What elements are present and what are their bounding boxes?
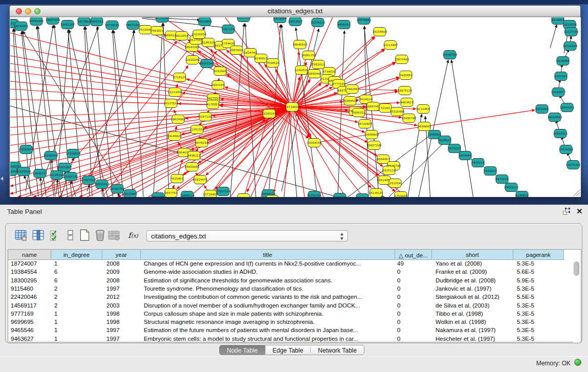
table-row[interactable]: 946554611997Estimation of the future num…: [8, 327, 581, 335]
column-header-short[interactable]: short: [432, 250, 513, 260]
column-header-title[interactable]: title: [141, 250, 395, 260]
graph-node[interactable]: 19384554: [307, 139, 322, 147]
scrollbar-thumb[interactable]: [574, 261, 579, 276]
column-header-year[interactable]: year: [102, 250, 141, 260]
table-row[interactable]: 969969511998Structural magnetic resonanc…: [8, 319, 581, 327]
graph-node[interactable]: 15692971: [553, 129, 568, 138]
graph-node[interactable]: 1162815: [295, 66, 308, 75]
graph-node[interactable]: 9857791: [165, 189, 178, 198]
graph-node[interactable]: 1815132: [383, 166, 396, 175]
column-header-out_de[interactable]: △ out_de...: [395, 250, 432, 260]
graph-node[interactable]: 746266: [346, 85, 358, 94]
network-canvas[interactable]: 2405572414035061206914061988737810655287…: [10, 17, 581, 197]
graph-node[interactable]: 10688609: [364, 130, 379, 139]
graph-node[interactable]: 12923446: [333, 193, 347, 198]
graph-node[interactable]: 22420046: [185, 56, 200, 64]
graph-node[interactable]: 16914479: [193, 176, 208, 184]
edge-black[interactable]: [40, 178, 42, 196]
graph-node[interactable]: 2867608: [230, 46, 243, 55]
table-row[interactable]: 1456911722003Disruption of a novel membe…: [8, 302, 581, 311]
graph-node[interactable]: 18107554: [164, 99, 179, 108]
graph-node[interactable]: 9146821: [255, 54, 268, 63]
graph-node[interactable]: 9129946: [557, 57, 570, 65]
vertical-scrollbar[interactable]: [573, 261, 580, 342]
table-settings-icon[interactable]: [15, 229, 28, 243]
graph-node[interactable]: 9115460: [417, 105, 430, 114]
graph-node[interactable]: 7955812: [312, 60, 325, 69]
graph-node[interactable]: 9474444: [459, 151, 472, 160]
graph-node[interactable]: 7588520: [267, 59, 279, 68]
graph-node[interactable]: 16033809: [198, 17, 212, 26]
graph-node[interactable]: 7625402: [171, 174, 184, 183]
graph-node[interactable]: 12145194: [50, 171, 64, 180]
graph-node[interactable]: 16154808: [373, 28, 387, 36]
graph-node[interactable]: 8215958: [536, 105, 549, 114]
edge-black[interactable]: [97, 27, 113, 196]
graph-node[interactable]: 1753426: [395, 192, 407, 198]
graph-node[interactable]: 10753346: [155, 17, 170, 23]
graph-node[interactable]: 8938923: [439, 136, 451, 145]
graph-node[interactable]: 15495796: [402, 114, 417, 123]
graph-node[interactable]: 16961758: [301, 51, 316, 60]
graph-node[interactable]: 10807487: [366, 102, 381, 111]
graph-node[interactable]: 12156828: [16, 167, 31, 176]
graph-node[interactable]: 11675305: [566, 161, 581, 169]
graph-node[interactable]: 10655287: [60, 20, 75, 29]
close-panel-icon[interactable]: ✕: [576, 207, 583, 216]
graph-node[interactable]: 10325488: [390, 107, 405, 116]
window-titlebar[interactable]: citations_edges.txt: [10, 6, 580, 17]
select-checks-icon[interactable]: [49, 229, 62, 243]
graph-node[interactable]: 8912054: [176, 32, 188, 40]
graph-node[interactable]: 16210643: [548, 113, 562, 122]
table-row[interactable]: 977716911998Corpus callosum shape and si…: [8, 311, 581, 319]
graph-node[interactable]: 20053346: [200, 59, 214, 68]
graph-node[interactable]: 18300295: [262, 110, 277, 118]
graph-node[interactable]: 2803144: [212, 81, 225, 90]
graph-node[interactable]: 15276021: [311, 18, 325, 27]
graph-node[interactable]: 10975888: [151, 193, 166, 198]
graph-node[interactable]: 4170051: [207, 100, 220, 109]
graph-node[interactable]: 18655384: [236, 17, 251, 22]
graph-node[interactable]: 14671365: [126, 21, 141, 30]
graph-node[interactable]: 11127330: [564, 28, 579, 36]
graph-node[interactable]: 9242848: [214, 67, 227, 76]
graph-node[interactable]: 19166825: [167, 132, 182, 141]
graph-node[interactable]: 8813054: [274, 17, 287, 23]
graph-node[interactable]: 12444151: [560, 103, 575, 112]
graph-node[interactable]: 12923447: [236, 194, 251, 198]
edge-red[interactable]: [295, 111, 363, 197]
graph-node[interactable]: 1527602: [78, 17, 91, 26]
graph-node[interactable]: 2935114: [472, 159, 485, 167]
table-selector-combobox[interactable]: citations_edges.txt: [146, 230, 348, 242]
graph-node[interactable]: 12995114: [180, 191, 195, 198]
edge-black[interactable]: [154, 23, 163, 195]
table-row[interactable]: 1938455462009Genome-wide association stu…: [8, 269, 581, 277]
table-column-icon[interactable]: [32, 229, 46, 243]
graph-node[interactable]: 6466162: [338, 20, 351, 29]
column-header-name[interactable]: name: [8, 250, 51, 260]
edge-black[interactable]: [89, 184, 90, 196]
tab-node-table[interactable]: Node Table: [220, 345, 265, 355]
graph-node[interactable]: 8267130: [199, 113, 212, 121]
graph-node[interactable]: 23560971: [19, 145, 34, 154]
graph-node[interactable]: 7357224: [222, 25, 235, 34]
graph-node[interactable]: 8186328: [202, 38, 215, 47]
graph-node[interactable]: 2718126: [173, 73, 186, 82]
graph-node[interactable]: 8471676: [496, 175, 509, 184]
graph-node[interactable]: 20206506: [43, 151, 58, 160]
new-document-icon[interactable]: [79, 229, 92, 243]
graph-node[interactable]: 13213392: [168, 88, 182, 97]
graph-node[interactable]: 10975887: [57, 163, 72, 172]
graph-node[interactable]: 17016504: [559, 145, 574, 154]
graph-node[interactable]: 17957223: [81, 176, 96, 185]
graph-node[interactable]: 6466161: [91, 17, 103, 26]
graph-node[interactable]: 12505135: [63, 172, 78, 181]
graph-node[interactable]: 12351554: [190, 125, 205, 134]
graph-node[interactable]: 9699695: [418, 122, 431, 131]
graph-node[interactable]: 9463627: [401, 98, 413, 107]
graph-node[interactable]: 7663822: [151, 27, 164, 35]
edge-black[interactable]: [451, 60, 474, 197]
graph-node[interactable]: 16782759: [110, 185, 125, 193]
float-panel-icon[interactable]: [563, 208, 570, 215]
table-row[interactable]: 911546021997Tourette syndrome. Phenomeno…: [8, 286, 581, 294]
